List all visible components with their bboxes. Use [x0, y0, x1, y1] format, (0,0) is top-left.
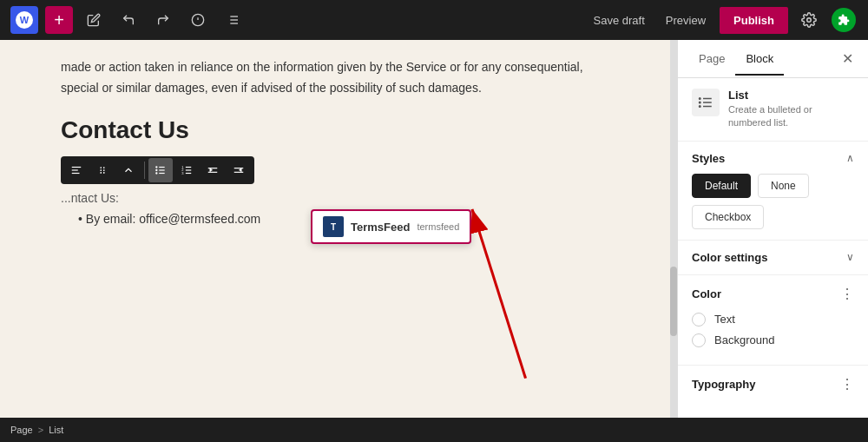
block-toolbar: 123	[61, 156, 254, 184]
svg-point-22	[156, 167, 157, 168]
typography-header[interactable]: Typography ⋮	[692, 376, 854, 393]
style-none-button[interactable]: None	[758, 174, 809, 198]
unordered-list-icon[interactable]	[148, 158, 173, 182]
block-info: List Create a bulleted or numbered list.	[678, 78, 868, 142]
styles-title: Styles	[692, 152, 725, 165]
svg-point-40	[700, 98, 701, 100]
block-list-icon	[692, 89, 720, 116]
color-text-radio[interactable]	[692, 313, 706, 327]
wp-letter: W	[20, 15, 29, 25]
list-view-icon[interactable]	[219, 6, 247, 34]
svg-text:3: 3	[181, 170, 184, 175]
block-desc-label: Create a bulleted or numbered list.	[728, 103, 854, 130]
styles-toggle-icon: ∧	[846, 152, 854, 164]
color-text-item[interactable]: Text	[692, 313, 854, 327]
termsfeed-popup[interactable]: T TermsFeed termsfeed	[311, 209, 471, 244]
sidebar-tabs: Page Block ✕	[678, 40, 868, 78]
plugin-icon[interactable]	[830, 6, 858, 34]
svg-point-14	[103, 167, 105, 168]
publish-button[interactable]: Publish	[720, 7, 788, 34]
tab-page[interactable]: Page	[688, 43, 735, 76]
svg-point-23	[156, 169, 157, 170]
add-block-button[interactable]: +	[45, 6, 73, 34]
indent-icon[interactable]	[201, 158, 225, 182]
color-text-label: Text	[714, 313, 735, 326]
toolbar-separator	[144, 162, 145, 179]
toolbar-right: Save draft Preview Publish	[587, 6, 858, 34]
editor-text-top: made or action taken in reliance on the …	[61, 57, 616, 99]
block-info-text: List Create a bulleted or numbered list.	[728, 89, 854, 130]
svg-point-16	[103, 169, 105, 171]
main-area: made or action taken in reliance on the …	[0, 40, 868, 418]
contact-inline-text: ...ntact Us:	[61, 191, 616, 205]
plugin-circle	[832, 8, 856, 32]
breadcrumb-parent[interactable]: Page	[10, 425, 33, 435]
color-settings-header[interactable]: Color settings ∨	[692, 251, 854, 264]
move-icon[interactable]	[116, 158, 141, 182]
svg-point-41	[700, 102, 701, 103]
svg-point-13	[100, 167, 102, 168]
top-toolbar: W + Save draft Preview Publish	[0, 0, 868, 40]
align-left-icon[interactable]	[64, 158, 89, 182]
wp-logo[interactable]: W	[10, 6, 38, 34]
style-checkbox-button[interactable]: Checkbox	[692, 205, 764, 229]
typography-title: Typography	[692, 378, 755, 391]
toolbar-left: W +	[10, 6, 247, 34]
breadcrumb-current[interactable]: List	[49, 425, 63, 435]
termsfeed-tag: termsfeed	[417, 221, 459, 232]
svg-point-9	[807, 18, 812, 23]
color-settings-section: Color settings ∨	[678, 241, 868, 275]
redo-icon[interactable]	[149, 6, 177, 34]
info-icon[interactable]	[184, 6, 212, 34]
color-title: Color	[692, 287, 721, 300]
bottom-bar: Page > List	[0, 418, 868, 442]
edit-icon[interactable]	[80, 6, 108, 34]
undo-icon[interactable]	[115, 6, 142, 34]
typography-more-options-icon[interactable]: ⋮	[840, 376, 854, 393]
color-background-label: Background	[714, 333, 774, 346]
styles-section: Styles ∧ Default None Checkbox	[678, 142, 868, 241]
color-section-header: Color ⋮	[692, 286, 854, 302]
wp-logo-inner: W	[16, 11, 33, 29]
editor-area: made or action taken in reliance on the …	[0, 40, 677, 418]
termsfeed-logo-letter: T	[331, 222, 336, 232]
color-background-radio[interactable]	[692, 333, 706, 347]
color-settings-title: Color settings	[692, 251, 767, 264]
style-default-button[interactable]: Default	[692, 174, 751, 198]
color-settings-chevron-icon: ∨	[846, 251, 854, 263]
settings-icon[interactable]	[795, 6, 823, 34]
tab-block[interactable]: Block	[735, 43, 784, 76]
svg-point-42	[700, 106, 701, 108]
save-draft-button[interactable]: Save draft	[587, 10, 652, 30]
ordered-list-icon[interactable]: 123	[174, 158, 199, 182]
svg-point-17	[100, 172, 102, 174]
close-sidebar-button[interactable]: ✕	[837, 49, 858, 69]
color-section: Color ⋮ Text Background	[678, 275, 868, 366]
styles-section-header[interactable]: Styles ∧	[692, 152, 854, 165]
svg-point-24	[156, 173, 157, 174]
typography-section: Typography ⋮	[678, 366, 868, 403]
color-background-item[interactable]: Background	[692, 333, 854, 347]
breadcrumb-separator: >	[38, 425, 43, 435]
block-name-label: List	[728, 89, 854, 102]
termsfeed-logo: T	[323, 216, 344, 237]
outdent-icon[interactable]	[227, 158, 251, 182]
svg-point-15	[100, 169, 102, 171]
style-buttons: Default None	[692, 174, 854, 198]
sidebar: Page Block ✕ List Create a bulleted or n…	[677, 40, 868, 418]
drag-icon[interactable]	[90, 158, 115, 182]
contact-heading: Contact Us	[61, 116, 616, 144]
termsfeed-name: TermsFeed	[351, 221, 410, 234]
color-more-options-icon[interactable]: ⋮	[840, 286, 854, 302]
scroll-thumb[interactable]	[670, 267, 677, 336]
svg-point-18	[103, 172, 105, 174]
preview-button[interactable]: Preview	[659, 10, 713, 30]
scrollbar[interactable]	[670, 40, 677, 418]
